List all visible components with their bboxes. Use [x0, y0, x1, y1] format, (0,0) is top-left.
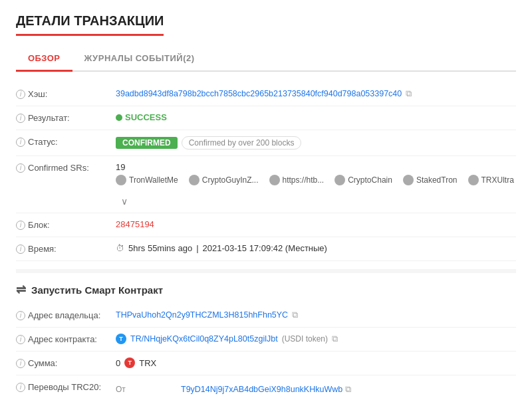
time-label: i Время:	[16, 243, 116, 254]
sr-dot-2	[269, 175, 280, 185]
sr-name-0: TronWalletMe	[129, 175, 178, 185]
trc20-row: i Переводы TRC20: От T9yD14Nj9j7xAB4dbGe…	[16, 375, 516, 404]
result-label: i Результат:	[16, 112, 116, 123]
page-title: ДЕТАЛИ ТРАНЗАКЦИИ	[16, 13, 164, 36]
block-value: 28475194	[116, 219, 516, 229]
sr-dot-1	[189, 175, 200, 185]
sr-name-1: CryptoGuyInZ...	[202, 175, 259, 185]
time-value: ⏱ 5hrs 55mins ago | 2021-03-15 17:09:42 …	[116, 243, 516, 253]
block-info-icon[interactable]: i	[16, 221, 25, 230]
contract-address-row: i Адрес контракта: T TR/NHqjeKQx6tCil0q8…	[16, 328, 516, 352]
trc20-info-icon[interactable]: i	[16, 383, 25, 392]
success-text: SUCCESS	[125, 112, 167, 122]
sr-dot-4	[403, 175, 414, 185]
hash-value: 39adbd8943df8a798b2bcch7858cbc2965b21373…	[116, 88, 516, 99]
owner-address-copy-icon[interactable]: ⧉	[292, 310, 298, 320]
result-info-icon[interactable]: i	[16, 114, 25, 123]
contract-info-icon[interactable]: i	[16, 335, 25, 344]
sr-dot-0	[116, 175, 126, 185]
block-link[interactable]: 28475194	[116, 219, 154, 229]
trc20-label: i Переводы TRC20:	[16, 381, 116, 392]
owner-address-label: i Адрес владельца:	[16, 310, 116, 320]
sr-list: TronWalletMe CryptoGuyInZ... https://htb…	[116, 175, 516, 207]
success-dot	[116, 114, 122, 121]
contract-address-value: T TR/NHqjeKQx6tCil0q8ZY4pL80t5zgilJbt (U…	[116, 334, 516, 344]
confirmed-srs-value: 19 TronWalletMe CryptoGuyInZ... https://…	[116, 162, 516, 207]
sr-dot-5	[468, 175, 479, 185]
owner-address-link[interactable]: THPvaUhoh2Qn2y9THCZML3H815hhFhn5YC	[116, 310, 288, 320]
amount-row: i Сумма: 0 T TRX	[16, 352, 516, 375]
owner-address-row: i Адрес владельца: THPvaUhoh2Qn2y9THCZML…	[16, 304, 516, 328]
confirmed-srs-info-icon[interactable]: i	[16, 163, 25, 173]
trx-icon: T	[124, 357, 135, 368]
token-icon: T	[116, 334, 126, 344]
confirmed-srs-label: i Confirmed SRs:	[16, 162, 116, 173]
owner-address-value: THPvaUhoh2Qn2y9THCZML3H815hhFhn5YC ⧉	[116, 310, 516, 320]
smart-contract-section: i Адрес владельца: THPvaUhoh2Qn2y9THCZML…	[16, 304, 516, 404]
status-info-icon[interactable]: i	[16, 138, 25, 147]
hash-copy-icon[interactable]: ⧉	[406, 88, 412, 99]
trc20-to-row: К THPvaUhoh2Qn2y9THCZML3H815hhFhn5YC ⧉	[116, 401, 362, 404]
trc20-value: От T9yD14Nj9j7xAB4dbGeiX9h8unkKHkuWwb ⧉ …	[116, 381, 516, 404]
smart-contract-title: Запустить Смарт Контракт	[31, 284, 163, 296]
smart-contract-header: ⇌ Запустить Смарт Контракт	[16, 282, 516, 297]
sr-item-2: https://htb...	[269, 175, 325, 185]
tab-overview[interactable]: ОБЗОР	[16, 47, 72, 72]
time-separator: |	[196, 243, 198, 253]
sr-name-2: https://htb...	[283, 175, 325, 185]
success-badge: SUCCESS	[116, 112, 167, 122]
section-separator	[16, 269, 516, 273]
status-label: i Статус:	[16, 136, 116, 147]
sr-name-5: TRXUltra	[481, 175, 514, 185]
trc20-from-copy-icon[interactable]: ⧉	[345, 384, 351, 395]
overview-section: i Хэш: 39adbd8943df8a798b2bcch7858cbc296…	[16, 82, 516, 261]
sr-item-0: TronWalletMe	[116, 175, 178, 185]
sr-item-5: TRXUltra	[468, 175, 514, 185]
hash-link[interactable]: 39adbd8943df8a798b2bcch7858cbc2965b21373…	[116, 89, 402, 98]
amount-label: i Сумма:	[16, 357, 116, 368]
tab-events[interactable]: ЖУРНАЛЫ СОБЫТИЙ(2)	[72, 47, 207, 72]
hash-info-icon[interactable]: i	[16, 90, 25, 99]
trc20-from-link[interactable]: T9yD14Nj9j7xAB4dbGeiX9h8unkKHkuWwb	[181, 385, 342, 394]
contract-token-name: (USDI token)	[282, 334, 328, 344]
sr-item-1: CryptoGuyInZ...	[189, 175, 259, 185]
confirmed-srs-row: i Confirmed SRs: 19 TronWalletMe CryptoG…	[16, 156, 516, 213]
sr-item-3: CryptoChain	[334, 175, 392, 185]
time-relative: 5hrs 55mins ago	[128, 243, 192, 253]
sr-name-4: StakedTron	[416, 175, 458, 185]
confirmed-badge: CONFIRMED	[116, 137, 178, 149]
block-row: i Блок: 28475194	[16, 213, 516, 237]
trc20-from-row: От T9yD14Nj9j7xAB4dbGeiX9h8unkKHkuWwb ⧉	[116, 381, 351, 397]
contract-address-label: i Адрес контракта:	[16, 334, 116, 344]
amount-value: 0 T TRX	[116, 357, 516, 368]
owner-info-icon[interactable]: i	[16, 311, 25, 320]
smart-contract-icon: ⇌	[16, 282, 26, 297]
trc20-from-value: T9yD14Nj9j7xAB4dbGeiX9h8unkKHkuWwb ⧉	[181, 384, 351, 395]
sr-item-4: StakedTron	[403, 175, 458, 185]
hash-label: i Хэш:	[16, 88, 116, 99]
confirmed-description: Confirmed by over 200 blocks	[182, 136, 302, 150]
result-row: i Результат: SUCCESS	[16, 106, 516, 130]
status-value: CONFIRMED Confirmed by over 200 blocks	[116, 136, 516, 150]
amount-number: 0	[116, 358, 120, 368]
sr-count: 19	[116, 162, 516, 172]
sr-dot-3	[334, 175, 345, 185]
trc20-from-label: От	[116, 385, 176, 394]
tabs-container: ОБЗОР ЖУРНАЛЫ СОБЫТИЙ(2)	[16, 47, 516, 72]
contract-address-copy-icon[interactable]: ⧉	[332, 334, 338, 344]
amount-currency: TRX	[139, 358, 156, 368]
time-row: i Время: ⏱ 5hrs 55mins ago | 2021-03-15 …	[16, 237, 516, 261]
result-value: SUCCESS	[116, 112, 516, 122]
contract-address-link[interactable]: TR/NHqjeKQx6tCil0q8ZY4pL80t5zgilJbt	[130, 334, 278, 344]
amount-info-icon[interactable]: i	[16, 359, 25, 368]
status-row: i Статус: CONFIRMED Confirmed by over 20…	[16, 130, 516, 156]
sr-name-3: CryptoChain	[348, 175, 392, 185]
block-label: i Блок:	[16, 219, 116, 230]
time-absolute: 2021-03-15 17:09:42 (Местные)	[203, 243, 327, 253]
clock-icon: ⏱	[116, 243, 124, 253]
sr-expand-icon[interactable]: ∨	[121, 196, 128, 207]
hash-row: i Хэш: 39adbd8943df8a798b2bcch7858cbc296…	[16, 82, 516, 106]
time-info-icon[interactable]: i	[16, 245, 25, 254]
